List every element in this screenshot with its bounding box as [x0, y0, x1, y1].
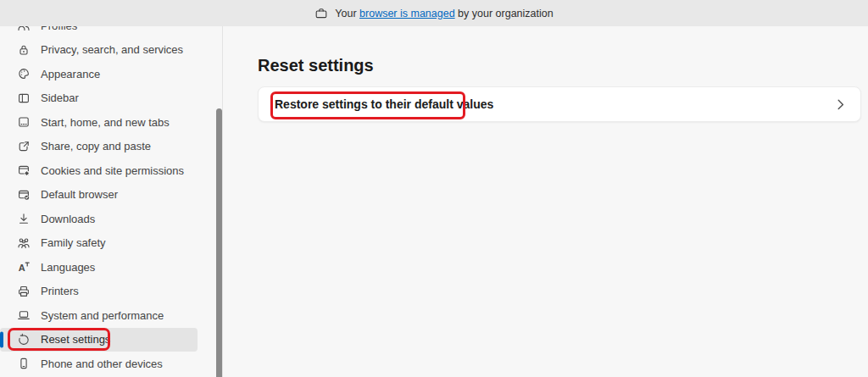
restore-settings-row[interactable]: Restore settings to their default values	[258, 86, 861, 122]
sidebar-item-label: Start, home, and new tabs	[41, 116, 170, 129]
sidebar-item-default-browser[interactable]: Default browser	[0, 183, 198, 208]
sidebar-item-family-safety[interactable]: Family safety	[0, 231, 198, 256]
sidebar-scrollbar-thumb[interactable]	[216, 108, 222, 377]
sidebar-panel-icon	[17, 91, 31, 105]
sidebar-item-downloads[interactable]: Downloads	[0, 207, 198, 231]
sidebar-item-reset-settings[interactable]: Reset settings	[0, 328, 198, 352]
system-icon	[17, 308, 31, 322]
chevron-right-icon	[837, 99, 844, 110]
default-browser-icon	[17, 188, 31, 202]
sidebar-list: ProfilesPrivacy, search, and servicesApp…	[0, 26, 222, 376]
sidebar-item-appearance[interactable]: Appearance	[0, 62, 198, 86]
new-tab-icon	[17, 115, 31, 129]
cookies-permissions-icon	[17, 164, 31, 177]
phone-icon	[17, 357, 31, 370]
reset-icon	[17, 333, 31, 347]
sidebar-item-profiles[interactable]: Profiles	[0, 26, 198, 38]
sidebar-item-label: Appearance	[41, 68, 100, 80]
managed-banner: Your browser is managed by your organiza…	[0, 0, 868, 26]
sidebar-item-share-copy-and-paste[interactable]: Share, copy and paste	[0, 135, 198, 159]
sidebar-item-cookies-and-site-permissions[interactable]: Cookies and site permissions	[0, 158, 198, 183]
sidebar-item-label: Reset settings	[41, 333, 110, 346]
sidebar-item-label: Printers	[41, 285, 79, 297]
sidebar-item-languages[interactable]: ALanguages	[0, 255, 198, 280]
palette-icon	[17, 67, 31, 80]
profiles-icon	[17, 26, 31, 32]
download-icon	[17, 212, 31, 225]
sidebar-item-label: Profiles	[41, 26, 77, 32]
sidebar-item-privacy-search-and-services[interactable]: Privacy, search, and services	[0, 38, 198, 63]
sidebar-item-label: Cookies and site permissions	[41, 164, 184, 177]
sidebar-item-label: Phone and other devices	[41, 358, 163, 370]
sidebar-item-system-and-performance[interactable]: System and performance	[0, 303, 198, 328]
restore-settings-label: Restore settings to their default values	[275, 97, 493, 111]
browser-managed-link[interactable]: browser is managed	[359, 8, 455, 19]
sidebar-item-start-home-and-new-tabs[interactable]: Start, home, and new tabs	[0, 110, 198, 135]
svg-text:A: A	[19, 263, 25, 273]
briefcase-icon	[314, 7, 328, 20]
settings-sidebar: ProfilesPrivacy, search, and servicesApp…	[0, 26, 223, 377]
sidebar-item-printers[interactable]: Printers	[0, 280, 198, 304]
sidebar-item-label: Sidebar	[41, 91, 79, 104]
sidebar-item-label: System and performance	[41, 309, 164, 322]
selected-indicator	[0, 331, 3, 347]
printer-icon	[17, 285, 31, 298]
managed-banner-text: Your browser is managed by your organiza…	[335, 8, 553, 19]
sidebar-item-label: Share, copy and paste	[41, 140, 151, 152]
sidebar-item-label: Family safety	[41, 236, 106, 249]
languages-icon: A	[17, 260, 31, 274]
sidebar-item-phone-and-other-devices[interactable]: Phone and other devices	[0, 352, 198, 376]
lock-icon	[17, 43, 31, 57]
sidebar-item-label: Privacy, search, and services	[41, 43, 183, 56]
page-title: Reset settings	[258, 54, 868, 76]
sidebar-item-sidebar[interactable]: Sidebar	[0, 86, 198, 111]
share-icon	[17, 140, 31, 153]
family-icon	[17, 236, 31, 250]
sidebar-item-label: Default browser	[41, 188, 118, 201]
sidebar-item-label: Downloads	[41, 213, 95, 225]
main-panel: Reset settings Restore settings to their…	[223, 26, 868, 377]
sidebar-item-label: Languages	[41, 261, 95, 274]
